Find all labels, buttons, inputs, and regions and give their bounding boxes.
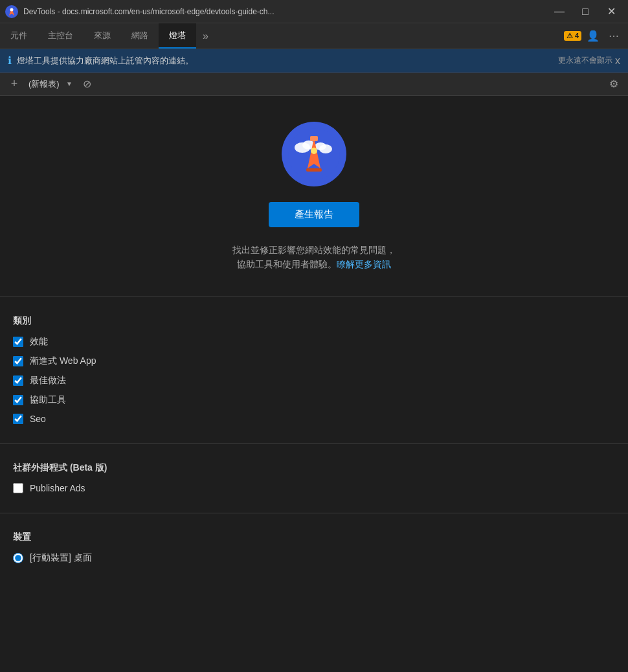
device-label-mobile-desktop[interactable]: [行動裝置] 桌面 xyxy=(30,552,92,564)
warning-icon: ⚠ xyxy=(566,32,573,39)
window-controls: — □ ✕ xyxy=(548,3,623,21)
device-title: 裝置 xyxy=(13,532,615,543)
svg-point-10 xyxy=(311,148,317,154)
minimize-button[interactable]: — xyxy=(548,3,571,21)
app-icon xyxy=(5,5,18,18)
title-bar: DevTools - docs.microsoft.com/en-us/micr… xyxy=(0,0,628,23)
divider-1 xyxy=(0,297,628,297)
info-bar-close-button[interactable]: x xyxy=(615,55,620,67)
category-checkbox-performance[interactable] xyxy=(13,337,23,347)
category-checkbox-accessibility[interactable] xyxy=(13,395,23,405)
plugins-section: 社群外掛程式 (Beta 版) Publisher Ads xyxy=(0,449,628,508)
divider-2 xyxy=(0,443,628,444)
svg-point-2 xyxy=(10,8,14,11)
report-selector[interactable]: (新報表) xyxy=(26,78,75,90)
category-checkbox-pwa[interactable] xyxy=(13,356,23,366)
tab-network[interactable]: 網路 xyxy=(121,23,159,49)
category-item-performance: 效能 xyxy=(13,336,615,348)
svg-rect-9 xyxy=(310,136,318,141)
more-options-button[interactable]: ⋯ xyxy=(605,27,623,45)
main-content: 產生報告 找出並修正影響您網站效能的常見問題， 協助工具和使用者體驗。瞭解更多資… xyxy=(0,96,628,666)
category-item-seo: Seo xyxy=(13,414,615,424)
category-label-pwa[interactable]: 漸進式 Web App xyxy=(30,355,96,367)
category-label-accessibility[interactable]: 協助工具 xyxy=(30,394,66,406)
lighthouse-svg xyxy=(288,128,340,180)
hero-desc-line2: 協助工具和使用者體驗。瞭解更多資訊 xyxy=(237,259,391,269)
info-icon: ℹ xyxy=(8,54,12,67)
title-text: DevTools - docs.microsoft.com/en-us/micr… xyxy=(23,7,543,16)
plugin-label-publisher-ads[interactable]: Publisher Ads xyxy=(30,483,85,493)
tab-console[interactable]: 主控台 xyxy=(38,23,84,49)
category-item-bestpractices: 最佳做法 xyxy=(13,375,615,386)
block-button[interactable]: ⊘ xyxy=(78,75,96,93)
tab-bar: 元件 主控台 來源 網路 燈塔 » ⚠ 4 👤 ⋯ xyxy=(0,23,628,49)
tab-bar-right: ⚠ 4 👤 ⋯ xyxy=(561,27,628,45)
hero-description: 找出並修正影響您網站效能的常見問題， 協助工具和使用者體驗。瞭解更多資訊 xyxy=(232,243,396,272)
lighthouse-toolbar: + (新報表) ▼ ⊘ ⚙ xyxy=(0,73,628,96)
device-item-mobile-desktop: [行動裝置] 桌面 xyxy=(13,552,615,564)
category-label-seo[interactable]: Seo xyxy=(30,414,46,424)
close-button[interactable]: ✕ xyxy=(600,3,623,21)
category-item-accessibility: 協助工具 xyxy=(13,394,615,406)
tab-elements[interactable]: 元件 xyxy=(0,23,38,49)
device-section: 裝置 [行動裝置] 桌面 xyxy=(0,519,628,578)
person-button[interactable]: 👤 xyxy=(584,27,602,45)
report-selector-wrap: (新報表) ▼ xyxy=(26,78,75,90)
svg-rect-11 xyxy=(306,168,322,172)
plugins-title: 社群外掛程式 (Beta 版) xyxy=(13,462,615,474)
plugin-checkbox-publisher-ads[interactable] xyxy=(13,483,23,493)
categories-section: 類別 效能 漸進式 Web App 最佳做法 協助工具 Seo xyxy=(0,302,628,438)
learn-more-link[interactable]: 瞭解更多資訊 xyxy=(337,259,391,269)
info-bar-text: 燈塔工具提供協力廠商網站上託管內容的連結。 xyxy=(17,55,548,67)
tab-lighthouse[interactable]: 燈塔 xyxy=(159,23,196,49)
lighthouse-logo xyxy=(282,122,346,186)
hero-section: 產生報告 找出並修正影響您網站效能的常見問題， 協助工具和使用者體驗。瞭解更多資… xyxy=(0,96,628,291)
generate-report-button[interactable]: 產生報告 xyxy=(269,202,359,227)
maximize-button[interactable]: □ xyxy=(574,3,597,21)
divider-3 xyxy=(0,513,628,513)
category-checkbox-seo[interactable] xyxy=(13,414,23,424)
category-checkbox-bestpractices[interactable] xyxy=(13,375,23,386)
category-label-performance[interactable]: 效能 xyxy=(30,336,48,348)
category-label-bestpractices[interactable]: 最佳做法 xyxy=(30,375,66,386)
category-item-pwa: 漸進式 Web App xyxy=(13,355,615,367)
device-radio-mobile-desktop[interactable] xyxy=(13,553,23,563)
plugin-item-publisher-ads: Publisher Ads xyxy=(13,483,615,493)
warning-badge: ⚠ 4 xyxy=(564,31,581,41)
hero-desc-line1: 找出並修正影響您網站效能的常見問題， xyxy=(232,245,396,255)
info-bar: ℹ 燈塔工具提供協力廠商網站上託管內容的連結。 更永遠不會顯示 x xyxy=(0,49,628,73)
never-show-action[interactable]: 更永遠不會顯示 xyxy=(558,55,612,66)
new-report-button[interactable]: + xyxy=(5,75,23,93)
warning-count: 4 xyxy=(575,32,579,39)
categories-title: 類別 xyxy=(13,315,615,327)
tab-sources[interactable]: 來源 xyxy=(84,23,121,49)
more-tabs-button[interactable]: » xyxy=(196,23,215,49)
settings-button[interactable]: ⚙ xyxy=(605,75,623,93)
